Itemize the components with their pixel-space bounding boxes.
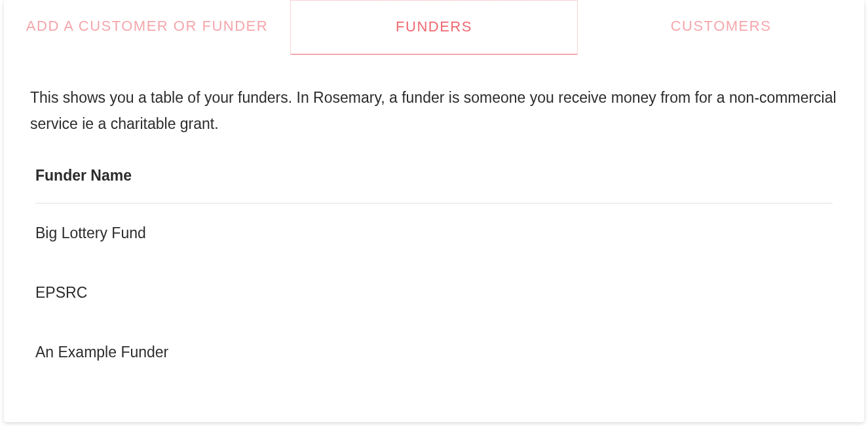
funders-panel: ADD A CUSTOMER OR FUNDER FUNDERS CUSTOME… — [4, 0, 864, 422]
tab-label: ADD A CUSTOMER OR FUNDER — [26, 18, 268, 34]
funders-table: Funder Name Big Lottery Fund EPSRC An Ex… — [30, 167, 838, 382]
table-row[interactable]: EPSRC — [35, 263, 833, 323]
table-row[interactable]: Big Lottery Fund — [35, 204, 833, 263]
funder-name-cell: EPSRC — [35, 284, 87, 301]
table-row[interactable]: An Example Funder — [35, 323, 833, 382]
funders-description: This shows you a table of your funders. … — [30, 84, 838, 137]
tab-funders[interactable]: FUNDERS — [290, 0, 578, 54]
tab-label: FUNDERS — [396, 18, 472, 35]
table-column-header: Funder Name — [35, 167, 833, 204]
tab-content: This shows you a table of your funders. … — [4, 55, 864, 395]
funder-name-cell: Big Lottery Fund — [35, 224, 146, 241]
tab-bar: ADD A CUSTOMER OR FUNDER FUNDERS CUSTOME… — [4, 0, 864, 55]
tab-add-customer-or-funder[interactable]: ADD A CUSTOMER OR FUNDER — [4, 0, 290, 54]
funder-name-cell: An Example Funder — [35, 344, 168, 361]
tab-customers[interactable]: CUSTOMERS — [578, 0, 864, 54]
tab-label: CUSTOMERS — [671, 18, 772, 34]
